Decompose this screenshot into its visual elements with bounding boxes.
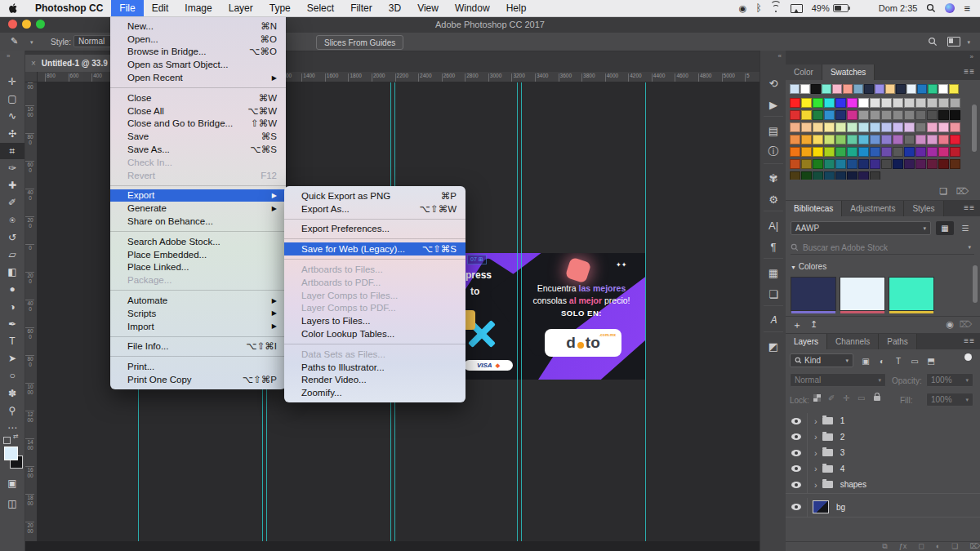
move-tool[interactable]: ✛ <box>0 73 24 90</box>
device-preview-panel-icon[interactable]: ▤ <box>760 121 786 140</box>
menubar-item-select[interactable]: Select <box>299 0 342 16</box>
menu-item-zoomify[interactable]: Zoomify... <box>284 386 466 399</box>
filter-shape-layers-icon[interactable]: ▭ <box>906 354 923 367</box>
color-swatch[interactable] <box>950 159 960 169</box>
color-swatch[interactable] <box>813 171 823 180</box>
healing-brush-tool[interactable]: ✚ <box>0 177 24 193</box>
eyedropper-tool[interactable]: ✑ <box>0 160 24 176</box>
color-swatch[interactable] <box>927 110 938 120</box>
blend-mode-select[interactable]: Normal▾ <box>790 373 886 387</box>
color-swatch[interactable] <box>835 159 846 169</box>
color-swatch[interactable] <box>790 98 800 108</box>
color-swatch[interactable] <box>858 147 869 157</box>
layer-row-2[interactable]: ›2 <box>786 429 980 447</box>
menu-item-browse-in-bridge[interactable]: Browse in Bridge...⌥⌘O <box>110 46 286 59</box>
menu-item-render-video[interactable]: Render Video... <box>284 374 466 387</box>
glyphs-panel-icon[interactable]: 𝘈 <box>760 310 786 330</box>
menu-item-scripts[interactable]: Scripts▶ <box>110 307 286 320</box>
color-swatch[interactable] <box>938 147 949 157</box>
color-swatch[interactable] <box>881 122 892 132</box>
menu-item-open[interactable]: Open...⌘O <box>110 33 286 46</box>
color-swatch[interactable] <box>858 122 869 132</box>
color-swatch[interactable] <box>870 110 880 120</box>
recent-swatch[interactable] <box>949 84 959 94</box>
menubar-item-type[interactable]: Type <box>261 0 299 16</box>
color-swatch[interactable] <box>824 171 835 180</box>
color-swatch[interactable] <box>790 122 800 132</box>
layer-thumbnail[interactable] <box>813 500 829 513</box>
layer-visibility-toggle[interactable] <box>786 445 808 461</box>
app-menu-title[interactable]: Photoshop CC <box>27 0 111 16</box>
menu-item-generate[interactable]: Generate▶ <box>110 202 286 215</box>
grid-view-button[interactable]: ▦ <box>936 221 954 235</box>
color-swatch[interactable] <box>790 147 800 157</box>
measurement-panel-icon[interactable]: ◩ <box>760 336 786 356</box>
history-panel-icon[interactable]: ⟲ <box>760 73 786 93</box>
color-swatch[interactable] <box>847 122 858 132</box>
tab-styles[interactable]: Styles <box>904 201 943 216</box>
foreground-color-chip[interactable] <box>4 447 18 460</box>
color-swatch[interactable] <box>870 171 880 180</box>
menu-item-save[interactable]: Save⌘S <box>110 130 286 143</box>
color-swatch[interactable] <box>904 98 915 108</box>
menu-item-close-and-go-to-bridge[interactable]: Close and Go to Bridge...⇧⌘W <box>110 118 286 131</box>
color-swatch[interactable] <box>915 110 926 120</box>
color-swatch[interactable] <box>801 171 812 180</box>
menubar-item-filter[interactable]: Filter <box>342 0 381 16</box>
color-swatch[interactable] <box>858 135 869 144</box>
color-swatch[interactable] <box>950 110 960 120</box>
airplay-status-icon[interactable] <box>791 4 803 13</box>
battery-status[interactable]: 49% <box>812 3 849 13</box>
color-swatch[interactable] <box>835 122 846 132</box>
library-color-swatch[interactable] <box>791 277 836 311</box>
filter-smart-objects-icon[interactable]: ⬒ <box>923 354 939 367</box>
color-swatch[interactable] <box>881 110 892 120</box>
delete-library-item-icon[interactable]: ⌦ <box>959 319 972 330</box>
lock-artboard-icon[interactable]: ▭ <box>858 393 865 402</box>
recent-swatch[interactable] <box>790 84 800 94</box>
marquee-tool[interactable]: ▢ <box>0 91 24 107</box>
crop-tool[interactable]: ⌗ <box>0 143 24 159</box>
recent-swatch[interactable] <box>938 84 948 94</box>
color-swatch[interactable] <box>881 98 892 108</box>
tab-paths[interactable]: Paths <box>879 334 917 349</box>
menu-item-export[interactable]: Export▶ <box>110 189 286 202</box>
lock-image-icon[interactable]: ✐ <box>828 393 835 402</box>
menu-item-color-lookup-tables[interactable]: Color Lookup Tables... <box>284 327 466 340</box>
color-swatch[interactable] <box>893 147 903 157</box>
color-swatch[interactable] <box>813 135 823 144</box>
color-swatch[interactable] <box>938 159 949 169</box>
filter-adjustment-layers-icon[interactable]: ◐ <box>874 354 890 367</box>
creative-cloud-status-icon[interactable]: ◉ <box>739 3 747 14</box>
eraser-tool[interactable]: ▱ <box>0 247 24 263</box>
layer-visibility-toggle[interactable] <box>786 477 808 493</box>
color-swatch[interactable] <box>790 110 800 120</box>
menubar-item-view[interactable]: View <box>409 0 447 16</box>
menu-item-automate[interactable]: Automate▶ <box>110 294 286 307</box>
library-color-swatch[interactable] <box>889 277 934 311</box>
color-swatch[interactable] <box>847 171 858 180</box>
library-color-swatch[interactable] <box>840 277 885 311</box>
recent-swatch[interactable] <box>843 84 853 94</box>
path-selection-tool[interactable]: ➤ <box>0 350 24 367</box>
eye-icon[interactable] <box>791 418 801 424</box>
color-swatch[interactable] <box>938 122 949 132</box>
layer-visibility-toggle[interactable] <box>786 429 808 446</box>
tab-close-icon[interactable]: × <box>31 59 36 68</box>
color-swatch[interactable] <box>858 98 869 108</box>
color-swatch[interactable] <box>881 135 892 144</box>
sync-library-icon[interactable]: ◉ <box>946 319 954 330</box>
menubar-item-layer[interactable]: Layer <box>220 0 261 16</box>
color-swatch[interactable] <box>915 147 926 157</box>
eye-icon[interactable] <box>791 450 801 456</box>
recent-swatch[interactable] <box>928 84 938 94</box>
opacity-field[interactable]: 100%▾ <box>926 373 973 387</box>
color-swatch[interactable] <box>790 171 800 180</box>
menu-item-place-embedded[interactable]: Place Embedded... <box>110 248 286 261</box>
layer-row-3[interactable]: ›3 <box>786 445 980 462</box>
layer-filter-toggle[interactable] <box>964 353 972 361</box>
ruler-origin-corner[interactable] <box>24 72 38 82</box>
menu-item-open-recent[interactable]: Open Recent▶ <box>110 71 286 84</box>
color-swatch[interactable] <box>835 171 846 180</box>
color-swatch[interactable] <box>847 110 858 120</box>
